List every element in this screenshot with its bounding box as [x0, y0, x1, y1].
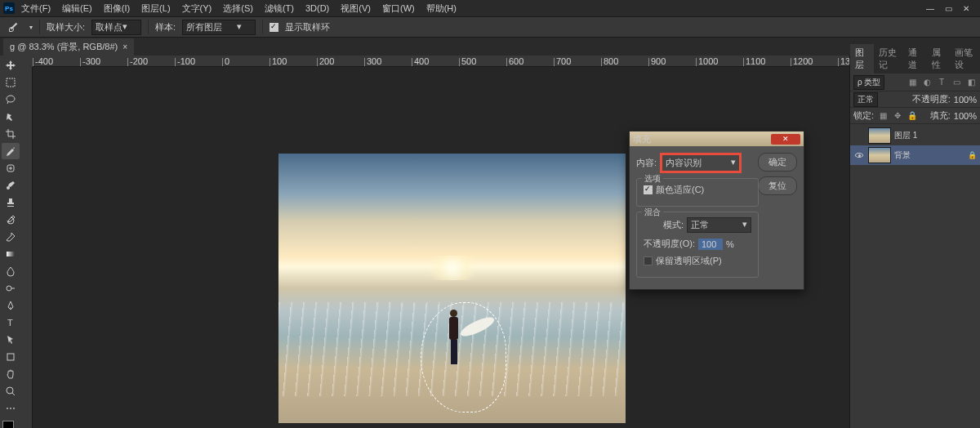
menu-type[interactable]: 文字(Y) — [177, 1, 217, 16]
document-tab[interactable]: g @ 83.3% (背景, RGB/8#) × — [3, 38, 134, 56]
filter-image-icon[interactable]: ▦ — [906, 77, 918, 88]
marquee-tool[interactable] — [2, 74, 20, 91]
close-button[interactable]: ✕ — [960, 3, 972, 13]
eraser-tool[interactable] — [2, 229, 20, 245]
sample-select[interactable]: 所有图层 ▾ — [182, 20, 256, 35]
move-tool[interactable] — [2, 57, 20, 74]
content-select[interactable]: 内容识别▾ — [660, 153, 742, 173]
menu-edit[interactable]: 编辑(E) — [57, 1, 97, 16]
visibility-toggle[interactable] — [853, 130, 865, 141]
eyedropper-icon[interactable] — [7, 20, 21, 34]
canvas-image[interactable] — [278, 154, 626, 423]
sample-label: 样本: — [155, 21, 176, 33]
lock-row: 锁定: ▦ ✥ 🔒 填充: 100% — [850, 108, 980, 124]
layer-item-background[interactable]: 背景 🔒 — [850, 145, 980, 165]
tab-properties[interactable]: 属性 — [927, 44, 951, 74]
content-label: 内容: — [636, 157, 657, 169]
svg-point-8 — [7, 387, 13, 394]
horizontal-ruler: -400-300-200-100010020030040050060070080… — [33, 56, 849, 67]
tab-brush[interactable]: 画笔设 — [950, 44, 980, 74]
crop-tool[interactable] — [2, 126, 20, 142]
filter-type-icon[interactable]: T — [936, 77, 947, 88]
tab-history[interactable]: 历史记 — [874, 44, 904, 74]
menu-filter[interactable]: 滤镜(T) — [260, 1, 299, 16]
layer-kind-filter[interactable]: ρ 类型 — [853, 75, 884, 90]
lasso-selection — [421, 302, 506, 412]
lock-all-icon[interactable]: 🔒 — [906, 110, 918, 122]
layer-list: 图层 1 背景 🔒 — [850, 124, 980, 167]
options-bar: ▾ 取样大小: 取样点 ▾ 样本: 所有图层 ▾ 显示取样环 — [0, 16, 980, 38]
lasso-tool[interactable] — [2, 91, 20, 108]
heal-tool[interactable] — [2, 160, 20, 176]
shape-tool[interactable] — [2, 349, 20, 365]
color-swatches[interactable] — [2, 421, 19, 428]
tab-close-icon[interactable]: × — [122, 42, 127, 51]
type-tool[interactable]: T — [2, 314, 20, 331]
svg-rect-0 — [7, 78, 15, 87]
right-panels: 图层 历史记 通道 属性 画笔设 ρ 类型 ▦ ◐ T ▭ ◧ 正常 不透明度:… — [849, 56, 980, 428]
lock-position-icon[interactable]: ✥ — [892, 110, 903, 122]
hand-tool[interactable] — [2, 366, 20, 382]
ruler-corner — [21, 56, 33, 67]
menu-3d[interactable]: 3D(D) — [301, 2, 334, 15]
menu-select[interactable]: 选择(S) — [218, 1, 258, 16]
history-brush-tool[interactable] — [2, 212, 20, 228]
pen-tool[interactable] — [2, 297, 20, 314]
menu-help[interactable]: 帮助(H) — [421, 1, 461, 16]
gradient-tool[interactable] — [2, 246, 20, 262]
filter-shape-icon[interactable]: ▭ — [951, 77, 962, 88]
tab-layers[interactable]: 图层 — [850, 44, 874, 74]
menu-layer[interactable]: 图层(L) — [136, 1, 175, 16]
blend-legend: 混合 — [642, 207, 663, 218]
layer-name[interactable]: 背景 — [894, 149, 964, 161]
tab-channels[interactable]: 通道 — [903, 44, 927, 74]
stamp-tool[interactable] — [2, 194, 20, 211]
eyedropper-tool[interactable] — [2, 143, 20, 159]
svg-point-5 — [7, 286, 11, 291]
mode-select[interactable]: 正常▾ — [687, 217, 751, 233]
layer-name[interactable]: 图层 1 — [894, 130, 977, 141]
lock-icon[interactable]: 🔒 — [968, 151, 977, 159]
fill-value[interactable]: 100% — [954, 111, 977, 121]
svg-rect-7 — [7, 354, 14, 360]
blend-mode-select[interactable]: 正常 — [853, 92, 878, 107]
visibility-toggle[interactable] — [853, 149, 865, 161]
dialog-close-button[interactable]: ✕ — [771, 134, 800, 145]
fill-label: 填充: — [930, 109, 951, 122]
show-ring-checkbox[interactable] — [270, 23, 278, 32]
maximize-button[interactable]: ▭ — [942, 3, 954, 13]
minimize-button[interactable]: — — [924, 3, 936, 13]
quick-select-tool[interactable] — [2, 109, 20, 125]
brush-tool[interactable] — [2, 177, 20, 194]
dialog-title: 填充 — [633, 133, 651, 145]
layer-item-1[interactable]: 图层 1 — [850, 126, 980, 145]
color-adapt-checkbox[interactable] — [644, 185, 653, 194]
panel-opacity-value[interactable]: 100% — [954, 95, 977, 105]
path-select-tool[interactable] — [2, 332, 20, 348]
svg-point-3 — [7, 186, 10, 189]
reset-button[interactable]: 复位 — [758, 176, 797, 195]
ok-button[interactable]: 确定 — [758, 153, 797, 172]
zoom-tool[interactable] — [2, 383, 20, 399]
edit-toolbar[interactable]: ⋯ — [2, 400, 20, 417]
dodge-tool[interactable] — [2, 280, 20, 296]
show-ring-label: 显示取样环 — [285, 21, 330, 33]
blur-tool[interactable] — [2, 263, 20, 279]
menu-view[interactable]: 视图(V) — [336, 1, 376, 16]
filter-smart-icon[interactable]: ◧ — [965, 77, 977, 88]
tools-panel: T ⋯ — [0, 56, 21, 428]
menu-window[interactable]: 窗口(W) — [377, 1, 420, 16]
lock-pixels-icon[interactable]: ▦ — [877, 110, 889, 122]
tool-preset-arrow[interactable]: ▾ — [29, 24, 33, 31]
opacity-input[interactable]: 100 — [698, 239, 723, 250]
color-adapt-label: 颜色适应(C) — [656, 184, 704, 196]
opacity-unit: % — [726, 239, 734, 249]
filter-adjust-icon[interactable]: ◐ — [921, 77, 933, 88]
layer-filter-bar: ρ 类型 ▦ ◐ T ▭ ◧ — [850, 74, 980, 91]
svg-rect-4 — [7, 252, 15, 256]
dialog-titlebar[interactable]: 填充 ✕ — [630, 132, 804, 146]
menu-file[interactable]: 文件(F) — [16, 1, 56, 16]
sample-size-select[interactable]: 取样点 ▾ — [91, 20, 141, 35]
fill-dialog: 填充 ✕ 确定 复位 内容: 内容识别▾ 选项 颜色适应(C) 混合 模式: 正… — [629, 131, 804, 290]
menu-image[interactable]: 图像(I) — [99, 1, 135, 16]
